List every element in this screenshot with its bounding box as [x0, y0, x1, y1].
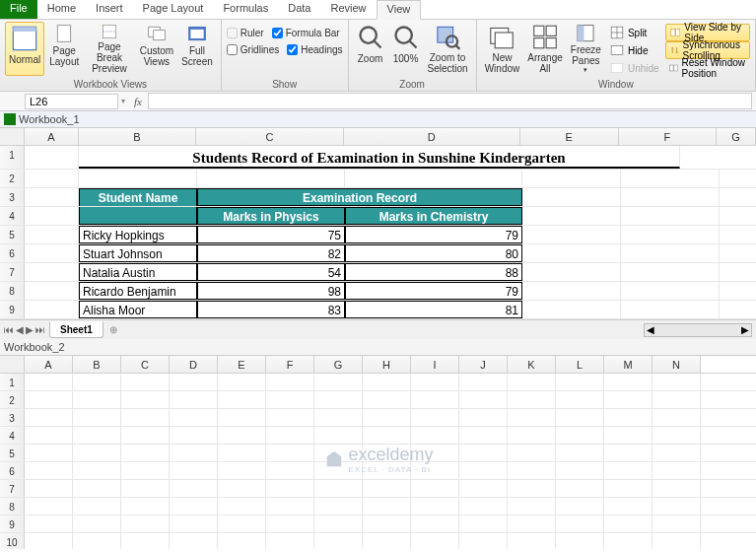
- cell[interactable]: [314, 498, 363, 515]
- cell[interactable]: [508, 480, 556, 497]
- cell[interactable]: [411, 374, 459, 390]
- row-header[interactable]: 5: [0, 445, 25, 461]
- col-header[interactable]: N: [653, 356, 701, 373]
- cell[interactable]: [604, 516, 653, 532]
- cell[interactable]: [266, 533, 314, 549]
- cell[interactable]: [25, 170, 79, 187]
- cell[interactable]: [121, 533, 170, 549]
- cell-phys[interactable]: 54: [197, 263, 345, 281]
- cell[interactable]: [604, 409, 653, 426]
- new-window-button[interactable]: New Window: [482, 22, 523, 76]
- zoom-selection-button[interactable]: Zoom to Selection: [425, 22, 471, 76]
- col-header[interactable]: M: [604, 356, 653, 373]
- cell[interactable]: [25, 301, 79, 318]
- cell[interactable]: [604, 391, 653, 408]
- col-header[interactable]: B: [73, 356, 121, 373]
- row-header[interactable]: 1: [0, 374, 25, 390]
- cell[interactable]: [25, 462, 73, 479]
- cell[interactable]: [73, 480, 121, 497]
- cell[interactable]: [25, 409, 73, 426]
- cell[interactable]: [411, 427, 459, 444]
- cell[interactable]: [411, 480, 459, 497]
- cell[interactable]: [266, 445, 314, 461]
- cell[interactable]: [653, 498, 701, 515]
- cell[interactable]: [218, 480, 266, 497]
- cell-phys[interactable]: 75: [197, 226, 345, 243]
- cell[interactable]: [459, 498, 508, 515]
- cell[interactable]: [363, 391, 411, 408]
- cell[interactable]: [121, 445, 170, 461]
- cell[interactable]: [459, 427, 508, 444]
- cell[interactable]: [411, 445, 459, 461]
- col-F[interactable]: F: [619, 128, 718, 145]
- cell[interactable]: [73, 462, 121, 479]
- cell[interactable]: [653, 480, 701, 497]
- cell[interactable]: [621, 244, 720, 262]
- cell[interactable]: [73, 533, 121, 549]
- col-E[interactable]: E: [520, 128, 619, 145]
- cell[interactable]: [508, 516, 556, 532]
- unhide-button[interactable]: Unhide: [606, 59, 663, 77]
- col-header[interactable]: D: [170, 356, 218, 373]
- cell[interactable]: [556, 498, 604, 515]
- cell[interactable]: [314, 533, 363, 549]
- cell[interactable]: [556, 516, 604, 532]
- scroll-left-icon[interactable]: ◀: [647, 324, 654, 335]
- cell[interactable]: [314, 427, 363, 444]
- cell[interactable]: [653, 462, 701, 479]
- cell[interactable]: [653, 427, 701, 444]
- cell[interactable]: [556, 533, 604, 549]
- name-box-dropdown-icon[interactable]: ▾: [118, 97, 128, 105]
- col-B[interactable]: B: [79, 128, 197, 145]
- cell[interactable]: [522, 301, 621, 318]
- cell[interactable]: [556, 409, 604, 426]
- cell[interactable]: [170, 516, 218, 532]
- col-header[interactable]: I: [411, 356, 459, 373]
- cell-name[interactable]: Alisha Moor: [79, 301, 197, 318]
- cell[interactable]: [621, 170, 720, 187]
- cell[interactable]: [556, 374, 604, 390]
- cell[interactable]: [363, 409, 411, 426]
- cell-phys[interactable]: 98: [197, 282, 345, 300]
- cell[interactable]: [459, 374, 508, 390]
- cell[interactable]: [121, 498, 170, 515]
- cell[interactable]: [266, 427, 314, 444]
- row-4[interactable]: 4: [0, 207, 25, 225]
- cell[interactable]: [363, 445, 411, 461]
- cell[interactable]: [314, 462, 363, 479]
- col-header[interactable]: L: [556, 356, 604, 373]
- row-9[interactable]: 9: [0, 301, 25, 318]
- zoom-100-button[interactable]: 100%: [389, 22, 423, 76]
- cell[interactable]: [363, 462, 411, 479]
- col-header[interactable]: G: [314, 356, 363, 373]
- cell[interactable]: [170, 374, 218, 390]
- cell[interactable]: [459, 391, 508, 408]
- cell[interactable]: [170, 462, 218, 479]
- normal-view-button[interactable]: Normal: [5, 22, 44, 76]
- cell[interactable]: [508, 427, 556, 444]
- student-name-header[interactable]: Student Name: [79, 188, 197, 206]
- cell[interactable]: [363, 498, 411, 515]
- select-all-corner-2[interactable]: [0, 356, 25, 373]
- cell[interactable]: [266, 391, 314, 408]
- col-header[interactable]: E: [218, 356, 266, 373]
- cell[interactable]: [218, 427, 266, 444]
- cell[interactable]: [266, 462, 314, 479]
- cell[interactable]: [25, 391, 73, 408]
- cell[interactable]: [73, 374, 121, 390]
- cell[interactable]: [266, 409, 314, 426]
- cell[interactable]: [522, 244, 621, 262]
- cell[interactable]: [25, 445, 73, 461]
- cell[interactable]: [314, 391, 363, 408]
- cell[interactable]: [266, 498, 314, 515]
- tab-insert[interactable]: Insert: [86, 0, 133, 19]
- sheet-nav[interactable]: ⏮◀▶⏭: [0, 324, 49, 335]
- cell[interactable]: [218, 462, 266, 479]
- sheet-title[interactable]: Students Record of Examination in Sunshi…: [79, 146, 680, 169]
- h-scrollbar[interactable]: ◀▶: [644, 323, 752, 337]
- cell[interactable]: [411, 391, 459, 408]
- cell[interactable]: [170, 427, 218, 444]
- cell[interactable]: [121, 409, 170, 426]
- cell[interactable]: [363, 516, 411, 532]
- cell[interactable]: [73, 427, 121, 444]
